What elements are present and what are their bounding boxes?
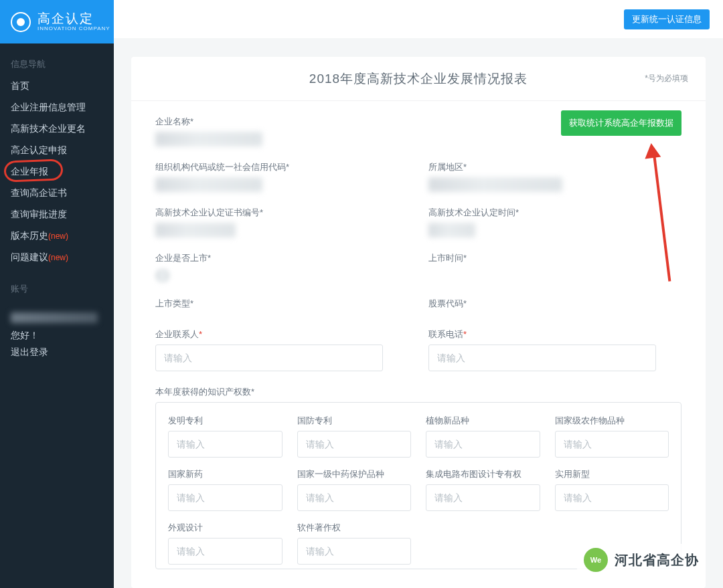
ip-label: 国家一级中药保护品种 bbox=[297, 468, 412, 480]
nav-group-account: 账号 bbox=[0, 268, 114, 300]
value-is-listed-masked bbox=[155, 268, 170, 283]
label-org-code: 组织机构代码或统一社会信用代码* bbox=[155, 161, 408, 173]
sidebar-item-home[interactable]: 首页 bbox=[0, 76, 114, 97]
brand-subtitle: INNOVATION COMPANY bbox=[37, 26, 110, 32]
ip-input-new-drug[interactable] bbox=[168, 484, 283, 511]
topbar: 更新统一认证信息 bbox=[114, 0, 723, 38]
value-company-name-masked bbox=[155, 132, 262, 146]
sidebar-item-label: 企业年报 bbox=[11, 166, 48, 177]
ip-input-software-copyright[interactable] bbox=[297, 538, 412, 565]
label-cert-time: 高新技术企业认定时间* bbox=[428, 207, 681, 219]
new-tag: (new) bbox=[48, 253, 68, 262]
sidebar-item-query-progress[interactable]: 查询审批进度 bbox=[0, 204, 114, 225]
main: 更新统一认证信息 2018年度高新技术企业发展情况报表 *号为必填项 获取统计系… bbox=[114, 0, 723, 588]
update-auth-button[interactable]: 更新统一认证信息 bbox=[624, 9, 710, 29]
ip-label: 实用新型 bbox=[555, 468, 669, 480]
label-list-type: 上市类型* bbox=[155, 298, 408, 310]
ip-label: 软件著作权 bbox=[297, 522, 412, 534]
fetch-stats-button[interactable]: 获取统计系统高企年报数据 bbox=[561, 110, 681, 136]
value-region-masked bbox=[428, 177, 562, 192]
sidebar-item-apply[interactable]: 高企认定申报 bbox=[0, 140, 114, 161]
value-cert-time-masked bbox=[428, 223, 475, 237]
content-card: 2018年度高新技术企业发展情况报表 *号为必填项 获取统计系统高企年报数据 企… bbox=[131, 57, 706, 588]
sidebar-item-label: 企业注册信息管理 bbox=[11, 102, 86, 112]
ip-input-plant-variety[interactable] bbox=[426, 431, 540, 458]
label-contact-phone: 联系电话*联系电话* bbox=[428, 328, 681, 340]
sidebar-item-label: 查询高企证书 bbox=[11, 187, 67, 198]
ip-grid: 发明专利 国防专利 植物新品种 国家级农作物品种 国家新药 国家一级中药保护品种… bbox=[155, 402, 681, 569]
sidebar-item-register-info[interactable]: 企业注册信息管理 bbox=[0, 97, 114, 118]
ip-input-invention-patent[interactable] bbox=[168, 431, 283, 458]
label-list-time: 上市时间* bbox=[428, 252, 681, 264]
sidebar-item-label: 首页 bbox=[11, 80, 29, 91]
ip-input-design-patent[interactable] bbox=[168, 538, 283, 565]
sidebar-item-rename[interactable]: 高新技术企业更名 bbox=[0, 118, 114, 140]
sidebar-item-query-cert[interactable]: 查询高企证书 bbox=[0, 183, 114, 204]
nav-group-info: 信息导航 bbox=[0, 43, 114, 76]
label-stock-code: 股票代码* bbox=[428, 298, 681, 310]
sidebar-item-label: 高新技术企业更名 bbox=[11, 123, 86, 134]
sidebar-item-feedback[interactable]: 问题建议(new) bbox=[0, 247, 114, 268]
form: 获取统计系统高企年报数据 企业名称* 组织机构代码或统一社会信用代码* 所属地区… bbox=[131, 101, 706, 569]
sidebar-item-label: 高企认定申报 bbox=[11, 144, 67, 155]
sidebar-item-annual-report[interactable]: 企业年报 bbox=[0, 161, 114, 183]
label-region: 所属地区* bbox=[428, 161, 681, 173]
value-cert-no-masked bbox=[155, 223, 236, 237]
sidebar-item-label: 查询审批进度 bbox=[11, 209, 67, 219]
contact-person-input[interactable] bbox=[155, 345, 383, 371]
ip-input-defense-patent[interactable] bbox=[297, 431, 412, 458]
sidebar-item-label: 问题建议 bbox=[11, 252, 48, 262]
ip-input-tcm-protected[interactable] bbox=[297, 484, 412, 511]
page-title: 2018年度高新技术企业发展情况报表 bbox=[309, 70, 528, 88]
label-contact-person: 企业联系人*企业联系人* bbox=[155, 328, 408, 340]
new-tag: (new) bbox=[48, 231, 68, 241]
brand-title: 高企认定 bbox=[37, 12, 110, 26]
label-ip-section: 本年度获得的知识产权数* bbox=[155, 386, 681, 398]
label-is-listed: 企业是否上市* bbox=[155, 252, 408, 264]
label-cert-no: 高新技术企业认定证书编号* bbox=[155, 207, 408, 219]
logout-link[interactable]: 退出登录 bbox=[0, 342, 59, 361]
ip-input-ic-layout[interactable] bbox=[426, 484, 540, 511]
ip-input-crop-variety[interactable] bbox=[555, 431, 669, 458]
username-masked bbox=[0, 300, 114, 326]
brand: 高企认定 INNOVATION COMPANY bbox=[0, 0, 114, 43]
ip-label: 植物新品种 bbox=[426, 415, 540, 427]
ip-label: 国家级农作物品种 bbox=[555, 415, 669, 427]
sidebar-item-label: 版本历史 bbox=[11, 230, 48, 241]
contact-phone-input[interactable] bbox=[428, 345, 656, 371]
ip-input-utility-model[interactable] bbox=[555, 484, 669, 511]
required-note: *号为必填项 bbox=[645, 73, 688, 84]
ip-label: 外观设计 bbox=[168, 522, 283, 534]
sidebar-item-version-history[interactable]: 版本历史(new) bbox=[0, 225, 114, 247]
ip-label: 国家新药 bbox=[168, 468, 283, 480]
ip-label: 集成电路布图设计专有权 bbox=[426, 468, 540, 480]
ip-label: 国防专利 bbox=[297, 415, 412, 427]
ip-label: 发明专利 bbox=[168, 415, 283, 427]
sidebar: 高企认定 INNOVATION COMPANY 信息导航 首页 企业注册信息管理… bbox=[0, 0, 114, 588]
value-org-code-masked bbox=[155, 177, 262, 192]
brand-logo-icon bbox=[11, 12, 31, 32]
